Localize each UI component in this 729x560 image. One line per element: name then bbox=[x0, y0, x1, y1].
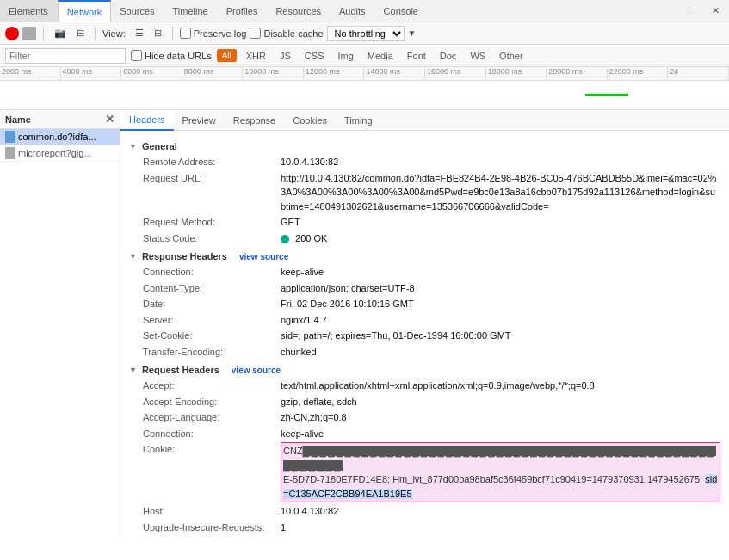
tab-cookies[interactable]: Cookies bbox=[284, 110, 336, 131]
tab-sources[interactable]: Sources bbox=[111, 0, 164, 22]
filter-js[interactable]: JS bbox=[275, 50, 295, 62]
disable-cache-checkbox[interactable] bbox=[250, 28, 261, 39]
req-accept-row: Accept: text/html,application/xhtml+xml,… bbox=[129, 378, 720, 394]
cookie-highlight-block: CNZ█████████████████████████████████████… bbox=[281, 442, 720, 502]
filter-other[interactable]: Other bbox=[495, 50, 528, 62]
cookie-val-part2: E-5D7D-7180E7FD14E8; Hm_lvt_877d00ba98ba… bbox=[283, 474, 705, 484]
cookie-val-part1: CNZ bbox=[283, 446, 303, 456]
list-item-name-microreport: microreport?gjg... bbox=[18, 148, 92, 158]
request-headers-view-source[interactable]: view source bbox=[232, 366, 281, 375]
req-upgrade-insecure-row: Upgrade-Insecure-Requests: 1 bbox=[129, 520, 720, 536]
separator bbox=[43, 27, 44, 40]
req-accept-language-row: Accept-Language: zh-CN,zh;q=0.8 bbox=[129, 409, 720, 426]
tick-12000: 12000 ms bbox=[304, 67, 365, 81]
filter-css[interactable]: CSS bbox=[300, 50, 329, 62]
detail-tabs: Headers Preview Response Cookies Timing bbox=[120, 110, 729, 131]
tab-timeline[interactable]: Timeline bbox=[164, 0, 218, 22]
tab-headers[interactable]: Headers bbox=[120, 110, 174, 131]
tab-elements[interactable]: Elements bbox=[0, 0, 58, 22]
timeline-content bbox=[0, 81, 729, 110]
resp-server-row: Server: nginx/1.4.7 bbox=[129, 312, 720, 329]
list-header: Name ✕ bbox=[0, 110, 120, 129]
list-item-common[interactable]: common.do?idfa... bbox=[0, 129, 120, 145]
section-response-headers-title: Response Headers view source bbox=[129, 251, 720, 262]
resp-connection-row: Connection: keep-alive bbox=[129, 264, 720, 280]
tick-22000: 22000 ms bbox=[608, 67, 669, 81]
filter-all-btn[interactable]: All bbox=[217, 49, 237, 62]
view-list[interactable]: ☰ bbox=[132, 27, 147, 40]
tab-resources[interactable]: Resources bbox=[267, 0, 331, 22]
waterfall-bar bbox=[585, 94, 628, 96]
record-button[interactable] bbox=[5, 27, 19, 40]
filter-doc[interactable]: Doc bbox=[436, 50, 461, 62]
list-item-microreport[interactable]: microreport?gjg... bbox=[0, 145, 120, 162]
response-headers-view-source[interactable]: view source bbox=[239, 252, 288, 262]
hide-data-urls-checkbox[interactable] bbox=[131, 50, 142, 61]
main-area: Name ✕ common.do?idfa... microreport?gjg… bbox=[0, 110, 729, 538]
tab-timing[interactable]: Timing bbox=[336, 110, 381, 131]
clear-button[interactable] bbox=[22, 27, 36, 40]
remote-address-row: Remote Address: 10.0.4.130:82 bbox=[129, 154, 720, 170]
filter-bar: Hide data URLs All XHR JS CSS Img Media … bbox=[0, 45, 729, 67]
filter-input[interactable] bbox=[5, 48, 126, 64]
view-grid[interactable]: ⊞ bbox=[151, 27, 165, 40]
separator3 bbox=[172, 27, 173, 40]
tab-audits[interactable]: Audits bbox=[331, 0, 375, 22]
resp-transfer-encoding-row: Transfer-Encoding: chunked bbox=[129, 344, 720, 360]
timeline-area: 2000 ms 4000 ms 6000 ms 8000 ms 10000 ms… bbox=[0, 67, 729, 110]
tick-2000: 2000 ms bbox=[0, 67, 61, 81]
req-accept-encoding-row: Accept-Encoding: gzip, deflate, sdch bbox=[129, 394, 720, 410]
tick-4000: 4000 ms bbox=[61, 67, 122, 81]
resp-date-row: Date: Fri, 02 Dec 2016 10:10:16 GMT bbox=[129, 296, 720, 312]
tab-preview[interactable]: Preview bbox=[174, 110, 225, 131]
detail-content: General Remote Address: 10.0.4.130:82 Re… bbox=[120, 131, 729, 538]
preserve-log-label[interactable]: Preserve log bbox=[180, 28, 247, 39]
filter-img[interactable]: Img bbox=[333, 50, 357, 62]
section-request-headers-title: Request Headers view source bbox=[129, 365, 720, 375]
resp-content-type-row: Content-Type: application/json; charset=… bbox=[129, 280, 720, 297]
req-user-agent-row: User-Agent: Mozilla/5.0 (Windows NT 6.1;… bbox=[129, 535, 720, 538]
disable-cache-label[interactable]: Disable cache bbox=[250, 28, 323, 39]
status-code-row: Status Code: 200 OK bbox=[129, 231, 720, 247]
tick-18000: 18000 ms bbox=[486, 67, 547, 81]
status-green-dot bbox=[281, 235, 289, 243]
req-cookie-row: Cookie: CNZ█████████████████████████████… bbox=[129, 441, 720, 503]
tab-response[interactable]: Response bbox=[225, 110, 285, 131]
tab-network[interactable]: Network bbox=[58, 0, 111, 22]
tab-bar: Elements Network Sources Timeline Profil… bbox=[0, 0, 729, 22]
close-detail-panel[interactable]: ✕ bbox=[105, 113, 114, 126]
tick-20000: 20000 ms bbox=[547, 67, 608, 81]
resp-set-cookie-row: Set-Cookie: sid=; path=/; expires=Thu, 0… bbox=[129, 328, 720, 344]
request-url-row: Request URL: http://10.0.4.130:82/common… bbox=[129, 170, 720, 215]
separator2 bbox=[95, 27, 96, 40]
close-devtools[interactable]: ✕ bbox=[703, 0, 729, 22]
filter-toggle[interactable]: ⊟ bbox=[73, 27, 88, 40]
request-method-row: Request Method: GET bbox=[129, 214, 720, 231]
tick-10000: 10000 ms bbox=[243, 67, 304, 81]
throttle-select[interactable]: No throttling bbox=[327, 26, 405, 41]
screenshot-button[interactable]: 📷 bbox=[51, 27, 70, 40]
tick-16000: 16000 ms bbox=[425, 67, 486, 81]
section-general-title: General bbox=[129, 141, 720, 151]
filter-font[interactable]: Font bbox=[403, 50, 430, 62]
filter-media[interactable]: Media bbox=[363, 50, 398, 62]
filter-xhr[interactable]: XHR bbox=[242, 50, 270, 62]
filter-ws[interactable]: WS bbox=[466, 50, 490, 62]
req-connection-row: Connection: keep-alive bbox=[129, 426, 720, 442]
file-icon-2 bbox=[5, 147, 15, 159]
list-item-name-common: common.do?idfa... bbox=[18, 132, 96, 142]
cookie-val-redacted: ████████████████████████████████████████… bbox=[283, 446, 716, 471]
left-panel: Name ✕ common.do?idfa... microreport?gjg… bbox=[0, 110, 120, 538]
tab-profiles[interactable]: Profiles bbox=[218, 0, 268, 22]
tick-8000: 8000 ms bbox=[182, 67, 244, 81]
view-label: View: bbox=[102, 28, 126, 39]
tick-24: 24 bbox=[668, 67, 729, 81]
timeline-ruler: 2000 ms 4000 ms 6000 ms 8000 ms 10000 ms… bbox=[0, 67, 729, 81]
tick-6000: 6000 ms bbox=[121, 67, 182, 81]
preserve-log-checkbox[interactable] bbox=[180, 28, 191, 39]
hide-data-urls-label[interactable]: Hide data URLs bbox=[131, 50, 212, 61]
tick-14000: 14000 ms bbox=[364, 67, 425, 81]
tab-console[interactable]: Console bbox=[375, 0, 428, 22]
network-toolbar: 📷 ⊟ View: ☰ ⊞ Preserve log Disable cache… bbox=[0, 22, 729, 45]
devtools-menu[interactable]: ⋮ bbox=[676, 0, 703, 22]
